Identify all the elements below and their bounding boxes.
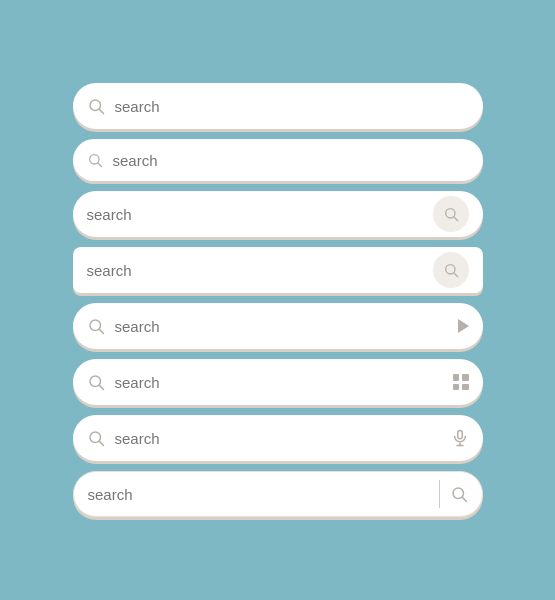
svg-line-7 xyxy=(454,273,458,277)
apps-icon xyxy=(453,374,469,390)
search-bar-7[interactable] xyxy=(73,415,483,461)
search-bar-1[interactable] xyxy=(73,83,483,129)
search-input-7[interactable] xyxy=(115,430,451,447)
search-icon xyxy=(87,429,105,447)
search-bars-container xyxy=(73,83,483,517)
svg-rect-14 xyxy=(457,431,462,439)
search-icon xyxy=(87,373,105,391)
search-icon xyxy=(87,152,103,168)
search-bar-3[interactable] xyxy=(73,191,483,237)
search-circle-button-2[interactable] xyxy=(433,252,469,288)
svg-line-13 xyxy=(99,441,103,445)
search-bar-5[interactable] xyxy=(73,303,483,349)
search-input-8[interactable] xyxy=(88,486,439,503)
search-input-2[interactable] xyxy=(113,152,469,169)
search-icon xyxy=(87,97,105,115)
search-input-6[interactable] xyxy=(115,374,453,391)
mic-icon[interactable] xyxy=(451,429,469,447)
search-input-3[interactable] xyxy=(87,206,433,223)
svg-line-3 xyxy=(98,163,102,167)
search-circle-button[interactable] xyxy=(433,196,469,232)
search-icon-button-2[interactable] xyxy=(433,252,469,288)
svg-line-1 xyxy=(99,109,103,113)
search-bar-4[interactable] xyxy=(73,247,483,293)
divider xyxy=(439,480,440,508)
play-icon[interactable] xyxy=(456,319,469,333)
svg-line-18 xyxy=(462,497,466,501)
search-bar-6[interactable] xyxy=(73,359,483,405)
search-bar-2[interactable] xyxy=(73,139,483,181)
search-icon-button[interactable] xyxy=(433,196,469,232)
search-bar-8[interactable] xyxy=(73,471,483,517)
search-input-1[interactable] xyxy=(115,98,469,115)
grid-icon[interactable] xyxy=(453,374,469,390)
search-input-4[interactable] xyxy=(87,262,433,279)
svg-line-5 xyxy=(454,217,458,221)
svg-line-9 xyxy=(99,329,103,333)
search-input-5[interactable] xyxy=(115,318,456,335)
search-icon-plain[interactable] xyxy=(450,485,468,503)
search-icon xyxy=(87,317,105,335)
svg-line-11 xyxy=(99,385,103,389)
play-triangle xyxy=(458,319,469,333)
